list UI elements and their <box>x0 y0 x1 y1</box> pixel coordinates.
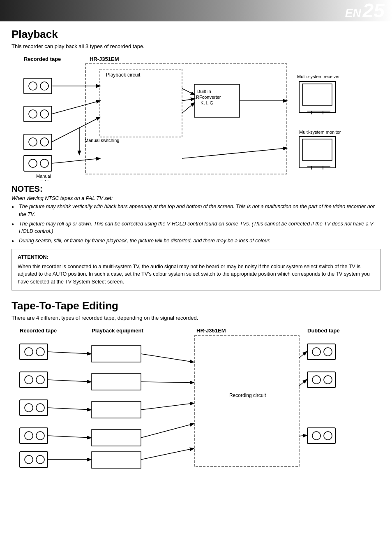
note-item-3: During search, still, or frame-by-frame … <box>12 237 380 245</box>
svg-line-73 <box>48 380 91 382</box>
svg-point-58 <box>25 348 33 356</box>
svg-line-75 <box>48 436 91 438</box>
note-item-2: The picture may roll up or down. This ca… <box>12 220 380 236</box>
tape-editing-diagram: Recorded tape Playback equipment HR-J351… <box>12 325 379 477</box>
svg-line-77 <box>141 354 194 362</box>
svg-line-91 <box>299 352 307 358</box>
page-number: 25 <box>363 1 385 21</box>
svg-point-14 <box>40 110 48 118</box>
svg-line-25 <box>182 88 194 95</box>
svg-line-22 <box>52 101 100 114</box>
svg-rect-85 <box>307 372 335 388</box>
svg-point-71 <box>36 455 44 464</box>
svg-point-11 <box>40 82 48 90</box>
svg-rect-2 <box>85 64 287 174</box>
svg-text:Manual switching: Manual switching <box>85 138 119 143</box>
svg-rect-55 <box>92 452 141 468</box>
svg-rect-57 <box>20 344 48 360</box>
tape-editing-section: Tape-To-Tape Editing There are 4 differe… <box>12 300 380 477</box>
svg-rect-9 <box>24 78 52 94</box>
svg-rect-69 <box>20 452 48 467</box>
svg-point-16 <box>29 138 37 146</box>
svg-point-86 <box>312 376 321 384</box>
svg-line-92 <box>299 380 307 386</box>
svg-text:Dubbed tape: Dubbed tape <box>307 327 340 334</box>
svg-text:Playback equipment: Playback equipment <box>92 327 143 334</box>
svg-text:Recorded tape: Recorded tape <box>20 327 57 334</box>
svg-text:RFconverter: RFconverter <box>196 95 221 100</box>
header-bar: EN 25 <box>0 0 392 21</box>
notes-title: NOTES: <box>12 184 380 194</box>
note-item-1: The picture may shrink vertically with b… <box>12 203 380 218</box>
svg-point-65 <box>36 404 44 412</box>
svg-text:HR-J351EM: HR-J351EM <box>196 327 226 334</box>
svg-point-83 <box>312 348 321 356</box>
playback-section: Playback This recorder can play back all… <box>12 28 380 181</box>
notes-section: NOTES: When viewing NTSC tapes on a PAL … <box>12 184 380 290</box>
svg-text:HR-J351EM: HR-J351EM <box>90 56 119 62</box>
attention-text: When this recorder is connected to a mul… <box>18 263 374 286</box>
svg-line-79 <box>141 403 194 410</box>
svg-rect-15 <box>24 134 52 150</box>
svg-rect-50 <box>194 336 299 467</box>
svg-rect-53 <box>92 402 141 418</box>
svg-rect-3 <box>100 69 182 137</box>
svg-point-61 <box>25 376 33 384</box>
svg-rect-32 <box>302 84 332 105</box>
playback-diagram: Recorded tape HR-J351EM Playback circuit… <box>12 53 379 181</box>
svg-point-84 <box>324 348 332 356</box>
svg-line-80 <box>141 424 194 438</box>
page-content: Playback This recorder can play back all… <box>0 21 392 485</box>
notes-list: The picture may shrink vertically with b… <box>12 203 380 245</box>
svg-rect-82 <box>307 344 335 360</box>
playback-title: Playback <box>12 28 380 41</box>
svg-line-72 <box>48 352 91 354</box>
svg-text:Recorded tape: Recorded tape <box>24 56 61 62</box>
svg-rect-52 <box>92 374 141 390</box>
svg-rect-37 <box>299 137 335 168</box>
svg-rect-66 <box>20 428 48 444</box>
tape-editing-title: Tape-To-Tape Editing <box>12 300 380 312</box>
playback-subtitle: This recorder can play back all 3 types … <box>12 43 380 49</box>
svg-line-81 <box>141 448 194 460</box>
svg-point-10 <box>29 82 37 90</box>
notes-intro: When viewing NTSC tapes on a PAL TV set: <box>12 195 380 201</box>
svg-point-90 <box>324 432 332 440</box>
svg-rect-38 <box>302 139 332 160</box>
svg-point-70 <box>25 455 33 464</box>
svg-line-78 <box>141 382 194 383</box>
svg-point-13 <box>29 110 37 118</box>
svg-text:Built-in: Built-in <box>197 89 211 94</box>
svg-point-68 <box>36 432 44 440</box>
svg-rect-63 <box>20 400 48 416</box>
svg-rect-60 <box>20 372 48 388</box>
svg-rect-12 <box>24 106 52 122</box>
svg-line-27 <box>182 103 194 113</box>
svg-point-19 <box>29 159 37 167</box>
svg-line-74 <box>48 408 91 410</box>
tape-editing-subtitle: There are 4 different types of recorded … <box>12 315 380 321</box>
svg-point-59 <box>36 348 44 356</box>
svg-text:Recording circuit: Recording circuit <box>229 392 266 398</box>
svg-text:K, I, G: K, I, G <box>201 100 213 105</box>
svg-text:Playback circuit: Playback circuit <box>106 72 141 78</box>
svg-point-20 <box>40 159 48 167</box>
svg-rect-54 <box>92 430 141 446</box>
svg-point-89 <box>312 432 321 440</box>
svg-line-93 <box>299 435 307 436</box>
svg-line-26 <box>182 99 194 101</box>
attention-title: ATTENTION: <box>18 253 374 261</box>
svg-point-62 <box>36 376 44 384</box>
attention-box: ATTENTION: When this recorder is connect… <box>12 249 380 290</box>
svg-point-64 <box>25 404 33 412</box>
svg-rect-31 <box>299 81 335 113</box>
svg-point-17 <box>40 138 48 146</box>
svg-point-87 <box>324 376 332 384</box>
svg-text:Multi-system monitor: Multi-system monitor <box>299 130 341 135</box>
svg-text:Multi-system receiver: Multi-system receiver <box>297 74 340 79</box>
svg-rect-51 <box>92 346 141 362</box>
svg-rect-88 <box>307 428 335 444</box>
svg-point-67 <box>25 432 33 440</box>
svg-text:switching: switching <box>35 179 53 181</box>
en-label: EN <box>345 7 361 21</box>
